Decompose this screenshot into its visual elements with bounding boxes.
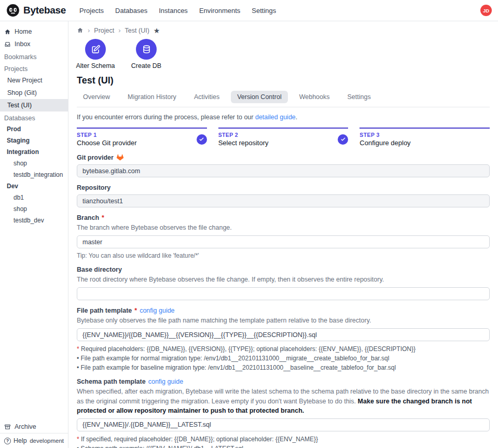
main-content: › Project › Test (UI) ★ Alter Schema Cre… <box>68 21 498 448</box>
repository-input[interactable] <box>77 194 490 207</box>
tab-webhooks[interactable]: Webhooks <box>293 91 336 103</box>
help-icon: ? <box>4 438 11 444</box>
version-control-panel: If you encounter errors during the proce… <box>77 107 490 448</box>
help-button[interactable]: ? Help <box>4 437 27 444</box>
quick-actions: Alter Schema Create DB <box>77 39 490 69</box>
breadcrumb-project[interactable]: Project <box>94 27 114 34</box>
archive-icon <box>4 424 11 430</box>
schema-path-config-guide-link[interactable]: config guide <box>148 378 183 385</box>
error-help-text: If you encounter errors during the proce… <box>77 114 490 121</box>
top-navbar: Bytebase Projects Databases Instances En… <box>0 0 498 21</box>
favorite-star-icon[interactable]: ★ <box>154 27 160 34</box>
sidebar-section-projects: Projects <box>0 62 68 74</box>
nav-projects[interactable]: Projects <box>79 7 104 15</box>
sidebar-db-shop-dev[interactable]: shop <box>0 203 68 215</box>
field-repository: Repository <box>77 184 490 207</box>
edit-icon <box>85 39 106 60</box>
sidebar-item-archive[interactable]: Archive <box>0 421 68 433</box>
sidebar-env-integration: Integration <box>0 146 68 158</box>
sidebar-section-bookmarks: Bookmarks <box>0 50 68 62</box>
inbox-icon <box>4 41 11 48</box>
field-git-provider: Git provider <box>77 153 490 177</box>
nav-environments[interactable]: Environments <box>199 7 240 15</box>
nav-settings[interactable]: Settings <box>252 7 276 15</box>
sidebar-db-testdb-dev[interactable]: testdb_dev <box>0 215 68 226</box>
sidebar-project-test-ui[interactable]: Test (UI) <box>0 99 68 111</box>
git-provider-input[interactable] <box>77 164 490 177</box>
file-path-config-guide-link[interactable]: config guide <box>140 307 174 314</box>
sidebar-project-shop-git[interactable]: Shop (Git) <box>0 87 68 99</box>
tab-version-control[interactable]: Version Control <box>231 91 287 103</box>
field-file-path-template: File path template * config guide Byteba… <box>77 307 490 371</box>
file-path-template-input[interactable] <box>77 328 490 341</box>
sidebar-env-staging: Staging <box>0 135 68 146</box>
file-path-example-baseline: • File path example for baseline migrati… <box>77 364 490 371</box>
bytebase-logo-icon <box>6 4 20 17</box>
base-directory-input[interactable] <box>77 287 490 300</box>
file-path-required-note: * Required placeholders: {{DB_NAME}}, {{… <box>77 345 490 353</box>
setup-steps: STEP 1 Choose Git provider STEP 2 Select… <box>77 128 490 147</box>
create-db-button[interactable]: Create DB <box>128 39 165 69</box>
sidebar-db-db1[interactable]: db1 <box>0 192 68 203</box>
field-base-directory: Base directory The root directory where … <box>77 266 490 300</box>
check-circle-icon <box>338 134 348 145</box>
nav-instances[interactable]: Instances <box>159 7 188 15</box>
chevron-right-icon: › <box>118 26 120 34</box>
schema-path-required-note: * If specified, required placeholder: {{… <box>77 436 490 443</box>
sidebar-spacer <box>0 226 68 421</box>
brand-name: Bytebase <box>23 5 66 16</box>
database-icon <box>136 39 157 60</box>
sidebar-env-dev: Dev <box>0 180 68 192</box>
sidebar-item-inbox[interactable]: Inbox <box>0 38 68 50</box>
breadcrumb: › Project › Test (UI) ★ <box>77 26 490 34</box>
field-schema-path-template: Schema path template config guide When s… <box>77 378 490 448</box>
branch-tip: Tip: You can also use wildcard like 'fea… <box>77 252 490 259</box>
tab-migration-history[interactable]: Migration History <box>121 91 183 103</box>
detailed-guide-link[interactable]: detailed guide <box>255 114 296 121</box>
field-branch: Branch * The branch where Bytebase obser… <box>77 214 490 259</box>
step-2-select-repository: STEP 2 Select repository <box>218 128 349 147</box>
alter-schema-button[interactable]: Alter Schema <box>77 39 114 69</box>
tab-activities[interactable]: Activities <box>188 91 226 103</box>
required-asterisk: * <box>102 214 104 221</box>
required-asterisk: * <box>134 307 137 314</box>
sidebar-db-shop-integration[interactable]: shop <box>0 158 68 169</box>
sidebar: Home Inbox Bookmarks Projects New Projec… <box>0 21 68 448</box>
tab-settings[interactable]: Settings <box>341 91 377 103</box>
schema-path-template-input[interactable] <box>77 418 490 431</box>
gitlab-icon <box>116 153 124 161</box>
brand-logo[interactable]: Bytebase <box>6 4 66 17</box>
sidebar-env-prod: Prod <box>0 123 68 135</box>
breadcrumb-home-icon[interactable] <box>77 27 84 34</box>
sidebar-section-databases: Databases <box>0 111 68 123</box>
nav-databases[interactable]: Databases <box>115 7 147 15</box>
check-circle-icon <box>197 134 207 145</box>
step-3-configure-deploy: STEP 3 Configure deploy <box>359 128 490 147</box>
home-icon <box>4 29 11 35</box>
chevron-right-icon: › <box>88 26 90 34</box>
sidebar-project-new[interactable]: New Project <box>0 74 68 87</box>
tab-bar: Overview Migration History Activities Ve… <box>77 91 490 107</box>
step-1-choose-git-provider: STEP 1 Choose Git provider <box>77 128 207 147</box>
tab-overview[interactable]: Overview <box>77 91 116 103</box>
file-path-example-normal: • File path example for normal migration… <box>77 355 490 362</box>
version-label: development <box>30 438 64 444</box>
schema-path-example: • Schema path example: /{{ENV_NAME}}/.db… <box>77 445 490 448</box>
branch-input[interactable] <box>77 235 490 248</box>
sidebar-item-home[interactable]: Home <box>0 25 68 38</box>
sidebar-footer: ? Help development <box>0 433 68 448</box>
user-avatar[interactable]: JD <box>480 5 492 16</box>
top-nav-links: Projects Databases Instances Environment… <box>79 7 480 15</box>
breadcrumb-test-ui[interactable]: Test (UI) <box>125 27 149 34</box>
page-title: Test (UI) <box>77 75 490 86</box>
sidebar-db-testdb-integration[interactable]: testdb_integration <box>0 169 68 180</box>
